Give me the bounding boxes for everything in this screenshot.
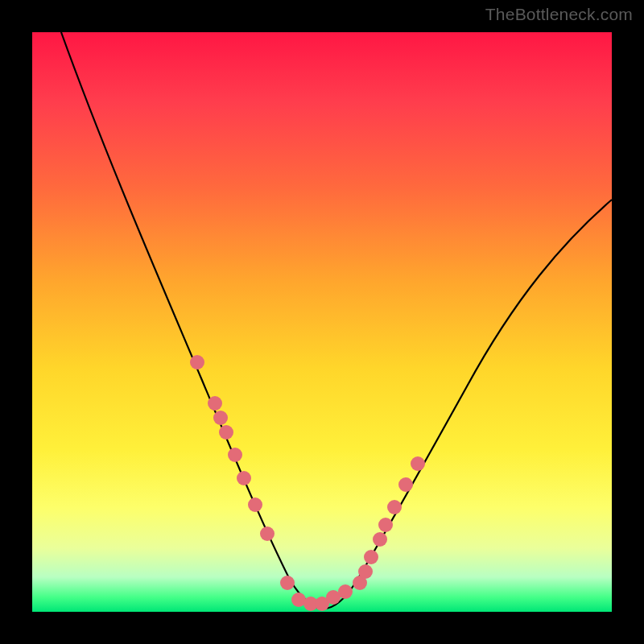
data-dot [228,448,242,462]
data-dot [338,584,353,599]
data-dot [358,564,373,579]
data-dot [378,518,393,532]
data-dot [208,396,222,411]
plot-area [32,32,612,612]
data-dot [213,411,228,425]
data-dot [248,497,262,512]
data-dot [260,526,275,541]
watermark-text: TheBottleneck.com [485,5,633,24]
data-dot [398,477,413,492]
data-dot [411,456,425,471]
data-dot [387,500,402,514]
data-dot [190,355,204,369]
chart-frame: TheBottleneck.com [0,0,644,644]
bottleneck-curve-svg [32,32,612,612]
data-dot [219,425,233,440]
data-dot [373,532,387,547]
data-dot [280,576,295,590]
data-dot [364,550,378,564]
data-dot [237,471,251,485]
bottleneck-curve [61,32,612,609]
